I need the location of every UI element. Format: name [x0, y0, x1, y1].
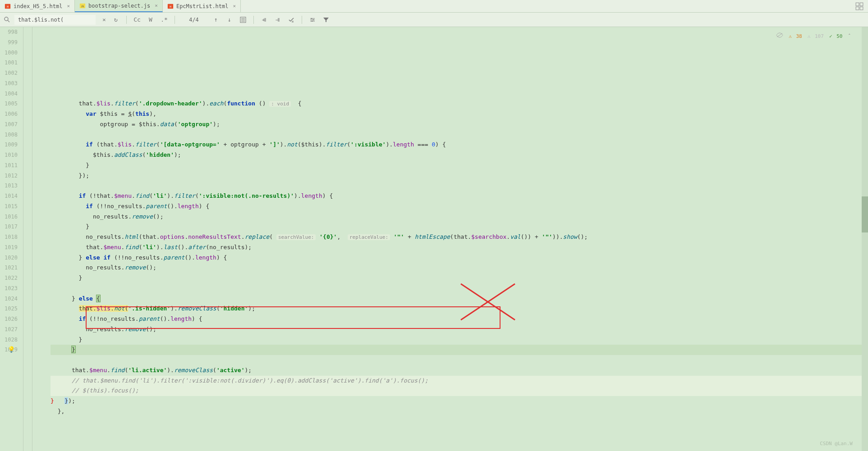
code-line[interactable]: no_results.html(that.options.noneResults…	[51, 232, 862, 242]
code-line[interactable]: if (that.$lis.filter('[data-optgroup=' +…	[51, 140, 862, 150]
grid-icon[interactable]	[855, 2, 863, 10]
code-line[interactable]: } else if (!!no_results.parent().length)…	[51, 253, 862, 263]
warnings-badge[interactable]: ⚠ 38	[789, 32, 802, 42]
filter-button[interactable]	[321, 15, 331, 25]
select-all-button[interactable]	[238, 15, 248, 25]
add-selection-button[interactable]: +	[259, 15, 269, 25]
code-line[interactable]	[51, 89, 862, 99]
words-toggle[interactable]: W	[146, 15, 156, 25]
inspection-badges[interactable]: ⚠ 38 ⚠ 107 ✓ 50 ˆ	[774, 31, 853, 43]
line-number: 1025	[0, 304, 18, 314]
code-line[interactable]: if (!!no_results.parent().length) {	[51, 314, 862, 324]
code-line[interactable]: // $(this).focus();	[51, 386, 862, 396]
svg-point-10	[5, 17, 8, 21]
tab-epcmstrlist[interactable]: H EpcMstrList.html ×	[163, 0, 241, 12]
line-number: 1010	[0, 150, 18, 160]
select-all-occurrences-button[interactable]	[286, 15, 296, 25]
top-right-tools	[855, 0, 868, 12]
code-line[interactable]: that.$menu.find('li.active').removeClass…	[51, 365, 862, 376]
tab-label: index_H5_5.html	[14, 3, 62, 9]
line-number: 1013	[0, 181, 18, 191]
fold-gutter[interactable]	[23, 27, 32, 451]
typos-badge[interactable]: ✓ 50	[829, 32, 843, 42]
expand-icon[interactable]: ˆ	[848, 32, 851, 42]
html-file-icon: H	[167, 3, 174, 9]
svg-rect-8	[856, 7, 859, 10]
code-line[interactable]: }	[51, 273, 862, 283]
code-line[interactable]: } else {	[51, 294, 862, 304]
line-number: 1007	[0, 119, 18, 130]
line-number: 1000	[0, 48, 18, 58]
prev-match-button[interactable]: ↑	[211, 15, 221, 25]
close-icon[interactable]: ×	[67, 3, 70, 9]
line-number: 1023	[0, 283, 18, 294]
code-line[interactable]: no_results.remove();	[51, 324, 862, 335]
code-line[interactable]: // that.$menu.find('li').filter(':visibl…	[51, 376, 862, 386]
close-icon[interactable]: ×	[155, 3, 158, 9]
line-number: 1024	[0, 294, 18, 304]
code-line[interactable]: 💡 }	[51, 345, 862, 355]
svg-rect-7	[860, 3, 863, 6]
tab-label: bootstrap-select.js	[88, 3, 150, 9]
line-number: 1026	[0, 314, 18, 324]
watermark: CSDN @Lan.W	[820, 439, 853, 449]
find-toolbar: × ↻ Cc W .* 4/4 ↑ ↓ + −	[0, 13, 868, 27]
line-number: 1009	[0, 140, 18, 150]
vertical-scrollbar[interactable]	[862, 27, 868, 451]
match-case-toggle[interactable]: Cc	[132, 15, 142, 25]
code-line[interactable]: no_results.remove();	[51, 212, 862, 222]
line-number: 1008	[0, 130, 18, 140]
reader-mode-icon[interactable]	[776, 32, 783, 42]
line-number: 1003	[0, 78, 18, 89]
code-line[interactable]: var $this = $(this),	[51, 109, 862, 119]
search-history-button[interactable]: ↻	[111, 15, 121, 25]
html-file-icon: H	[5, 3, 11, 9]
line-number: 1002	[0, 68, 18, 78]
code-line[interactable]: if (!!no_results.parent().length) {	[51, 201, 862, 212]
next-match-button[interactable]: ↓	[225, 15, 234, 25]
line-number: 1022	[0, 273, 18, 283]
line-number: 1006	[0, 109, 18, 119]
weak-warnings-badge[interactable]: ⚠ 107	[808, 32, 824, 42]
search-input[interactable]	[14, 15, 96, 25]
code-line[interactable]: that.$lis.not('.is-hidden').removeClass(…	[51, 304, 862, 314]
scroll-thumb[interactable]	[862, 196, 868, 232]
code-line[interactable]: }	[51, 160, 862, 171]
intention-bulb-icon[interactable]: 💡	[8, 345, 15, 355]
line-number: 1017	[0, 222, 18, 232]
code-line[interactable]: }	[51, 335, 862, 345]
code-area[interactable]: ⚠ 38 ⚠ 107 ✓ 50 ˆ CSDN @Lan.W that.$lis.…	[32, 27, 862, 451]
code-line[interactable]: optgroup = $this.data('optgroup');	[51, 119, 862, 130]
match-count: 4/4	[180, 17, 207, 23]
settings-button[interactable]	[308, 15, 317, 25]
remove-selection-button[interactable]: −	[273, 15, 283, 25]
editor-container: 9989991000100110021003100410051006100710…	[0, 27, 868, 451]
code-line[interactable]	[51, 355, 862, 365]
line-number: 999	[0, 37, 18, 48]
code-line[interactable]: that.$menu.find('li').last().after(no_re…	[51, 242, 862, 253]
code-line[interactable]: });	[51, 171, 862, 181]
code-line[interactable]: that.$lis.filter('.dropdown-header').eac…	[51, 99, 862, 109]
code-line[interactable]: $this.addClass('hidden');	[51, 150, 862, 160]
regex-toggle[interactable]: .*	[159, 15, 169, 25]
line-number-gutter[interactable]: 9989991000100110021003100410051006100710…	[0, 27, 23, 451]
code-line[interactable]: }	[51, 222, 862, 232]
tab-index-h5[interactable]: H index_H5_5.html ×	[0, 0, 75, 12]
code-line[interactable]	[51, 130, 862, 140]
line-number: 1011	[0, 160, 18, 171]
line-number: 1012	[0, 171, 18, 181]
line-number: 1001	[0, 58, 18, 68]
close-icon[interactable]: ×	[233, 3, 236, 9]
svg-rect-27	[311, 18, 312, 19]
code-line[interactable]: if (!that.$menu.find('li').filter(':visi…	[51, 191, 862, 201]
code-line[interactable]	[51, 283, 862, 294]
tab-label: EpcMstrList.html	[176, 3, 229, 9]
clear-search-button[interactable]: ×	[99, 15, 109, 25]
tab-bootstrap-select[interactable]: JS bootstrap-select.js ×	[75, 0, 163, 12]
code-line[interactable]: } });	[51, 396, 862, 406]
line-number: 998	[0, 27, 18, 37]
js-file-icon: JS	[79, 3, 86, 9]
code-line[interactable]: no_results.remove();	[51, 263, 862, 273]
code-line[interactable]: },	[51, 406, 862, 417]
code-line[interactable]	[51, 181, 862, 191]
